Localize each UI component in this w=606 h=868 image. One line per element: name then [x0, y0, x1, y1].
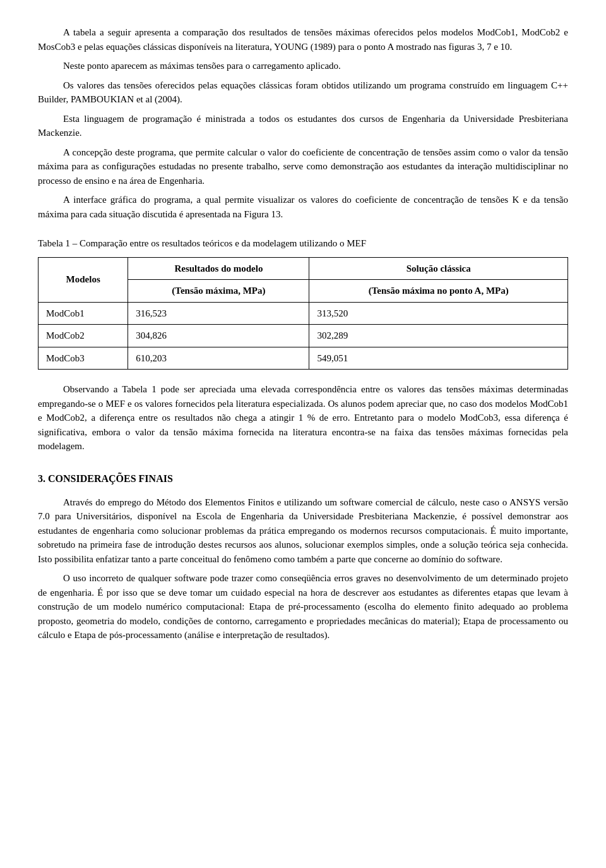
table-cell-model: ModCob2 — [39, 325, 128, 347]
table-header-solucao-line2: (Tensão máxima no ponto A, MPa) — [309, 280, 568, 303]
table-cell-resultado: 610,203 — [128, 347, 309, 370]
paragraph-1: A tabela a seguir apresenta a comparação… — [38, 25, 568, 54]
paragraph-4: Esta linguagem de programação é ministra… — [38, 112, 568, 140]
paragraph-6: A interface gráfica do programa, a qual … — [38, 193, 568, 221]
comparison-table: Modelos Resultados do modelo Solução clá… — [38, 257, 568, 370]
table-row: ModCob1316,523313,520 — [39, 302, 568, 325]
paragraph-7: Observando a Tabela 1 pode ser apreciada… — [38, 382, 568, 454]
table-header-resultados-line1: Resultados do modelo — [128, 257, 309, 280]
table-row: ModCob3610,203549,051 — [39, 347, 568, 370]
table-header-solucao-line1: Solução clássica — [309, 257, 568, 280]
table-cell-solucao: 313,520 — [309, 302, 568, 325]
paragraph-9: O uso incorreto de qualquer software pod… — [38, 571, 568, 642]
table-header-modelos: Modelos — [39, 257, 128, 302]
table-cell-resultado: 304,826 — [128, 325, 309, 347]
table-cell-resultado: 316,523 — [128, 302, 309, 325]
table-caption: Tabela 1 – Comparação entre os resultado… — [38, 236, 568, 251]
paragraph-2: Neste ponto aparecem as máximas tensões … — [38, 59, 568, 73]
section-3-heading: 3. CONSIDERAÇÕES FINAIS — [38, 471, 568, 486]
table-cell-solucao: 302,289 — [309, 325, 568, 347]
paragraph-8: Através do emprego do Método dos Element… — [38, 495, 568, 567]
table-cell-model: ModCob1 — [39, 302, 128, 325]
table-header-resultados-line2: (Tensão máxima, MPa) — [128, 280, 309, 303]
table-row: ModCob2304,826302,289 — [39, 325, 568, 347]
paragraph-5: A concepção deste programa, que permite … — [38, 145, 568, 188]
table-cell-model: ModCob3 — [39, 347, 128, 370]
table-cell-solucao: 549,051 — [309, 347, 568, 370]
paragraph-3: Os valores das tensões oferecidos pelas … — [38, 78, 568, 107]
